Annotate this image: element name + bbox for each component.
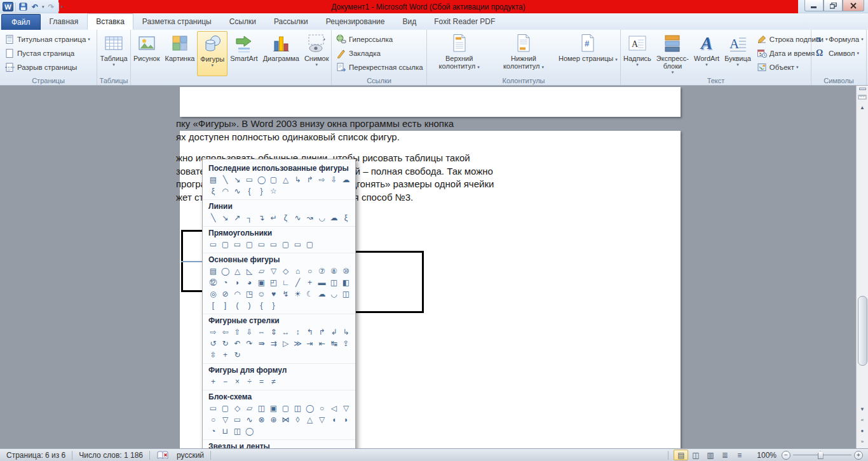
shape-icon[interactable]: ◎ — [207, 288, 219, 300]
shape-icon[interactable]: ⑦ — [316, 265, 328, 277]
shape-icon[interactable]: ⊗ — [255, 414, 268, 425]
shape-icon[interactable]: ⇉ — [268, 338, 280, 349]
shape-icon[interactable]: ↷ — [243, 338, 255, 349]
shape-icon[interactable]: ╱ — [292, 277, 304, 288]
shape-icon[interactable]: ▭ — [243, 174, 255, 185]
button-page-break[interactable]: Разрыв страницы — [1, 60, 95, 74]
shape-icon[interactable]: ⊘ — [219, 288, 231, 300]
shape-icon[interactable]: ↰ — [304, 326, 316, 338]
tab-file[interactable]: Файл — [1, 14, 41, 30]
shape-icon[interactable]: ┐ — [243, 212, 255, 224]
shape-icon[interactable]: ⇳ — [207, 349, 219, 361]
save-icon[interactable] — [18, 2, 28, 12]
shape-icon[interactable]: ▤ — [207, 174, 219, 185]
shape-icon[interactable]: ⇕ — [268, 326, 280, 338]
button-table[interactable]: Таблица▾ — [97, 31, 130, 76]
shape-icon[interactable]: ⇨ — [316, 174, 328, 185]
shape-icon[interactable]: + — [219, 349, 231, 361]
tab-page-layout[interactable]: Разметка страницы — [133, 13, 220, 30]
shape-icon[interactable]: ▣ — [268, 403, 280, 414]
shape-icon[interactable]: [ — [207, 300, 219, 311]
select-browse-object-icon[interactable]: ● — [858, 426, 867, 436]
shape-icon[interactable]: { — [255, 300, 268, 311]
minimize-button[interactable] — [804, 0, 824, 11]
shape-icon[interactable]: ↻ — [231, 349, 243, 361]
shape-icon[interactable]: ⌂ — [292, 265, 304, 277]
shape-icon[interactable]: ▱ — [243, 403, 255, 414]
shape-icon[interactable]: ⑧ — [328, 265, 340, 277]
shape-icon[interactable]: ⊔ — [219, 425, 231, 437]
tab-view[interactable]: Вид — [393, 13, 425, 30]
shape-icon[interactable]: ÷ — [243, 376, 255, 387]
shape-icon[interactable]: ▽ — [340, 403, 352, 414]
shape-icon[interactable]: ◖ — [328, 414, 340, 425]
shape-icon[interactable]: ◫ — [292, 403, 304, 414]
shape-icon[interactable]: ▭ — [255, 239, 268, 250]
view-button-web-layout[interactable]: ▥ — [703, 450, 717, 460]
view-button-outline[interactable]: ≣ — [717, 450, 732, 460]
shape-icon[interactable]: ▽ — [316, 414, 328, 425]
shape-icon[interactable]: ▬ — [316, 277, 328, 288]
shape-icon[interactable]: } — [255, 185, 268, 197]
shape-icon[interactable]: = — [255, 376, 268, 387]
shape-icon[interactable]: ∿ — [243, 414, 255, 425]
shape-icon[interactable]: ↱ — [316, 326, 328, 338]
shape-icon[interactable]: ⇩ — [243, 326, 255, 338]
shape-icon[interactable]: ▭ — [231, 239, 243, 250]
shape-icon[interactable]: ζ — [280, 212, 292, 224]
shape-icon[interactable]: ◫ — [255, 403, 268, 414]
shape-icon[interactable]: ▽ — [268, 265, 280, 277]
shape-icon[interactable]: ▤ — [207, 265, 219, 277]
shape-icon[interactable]: ◗ — [231, 277, 243, 288]
view-button-full-screen-reading[interactable]: ◫ — [688, 450, 703, 460]
shape-icon[interactable]: ⇧ — [231, 326, 243, 338]
split-handle[interactable] — [859, 88, 866, 90]
redo-icon[interactable]: ↷ — [46, 2, 57, 12]
shape-icon[interactable]: ◯ — [219, 265, 231, 277]
shape-icon[interactable]: ☁ — [328, 212, 340, 224]
word-count[interactable]: Число слов: 1 186 — [72, 451, 149, 460]
shape-icon[interactable]: ▢ — [219, 239, 231, 250]
shape-icon[interactable]: ∿ — [231, 185, 243, 197]
shape-icon[interactable]: △ — [304, 414, 316, 425]
shape-icon[interactable]: ◫ — [328, 277, 340, 288]
shape-icon[interactable]: ⇥ — [304, 338, 316, 349]
shape-icon[interactable]: ◧ — [340, 277, 352, 288]
shape-icon[interactable]: ↺ — [207, 338, 219, 349]
zoom-slider-track[interactable] — [793, 455, 851, 455]
shape-icon[interactable]: ▱ — [255, 265, 268, 277]
undo-dropdown-icon[interactable]: ▾ — [42, 4, 44, 10]
shape-icon[interactable]: ⇔ — [255, 326, 268, 338]
shape-icon[interactable]: ◯ — [304, 403, 316, 414]
button-chart[interactable]: Диаграмма — [261, 31, 302, 76]
shape-icon[interactable]: ↶ — [231, 338, 243, 349]
shape-icon[interactable]: ◔ — [207, 425, 219, 437]
shape-icon[interactable]: ▭ — [231, 414, 243, 425]
shape-icon[interactable]: ▭ — [207, 403, 219, 414]
shape-icon[interactable]: ◁ — [328, 403, 340, 414]
shape-icon[interactable]: ◫ — [231, 425, 243, 437]
shape-icon[interactable]: ↹ — [328, 338, 340, 349]
shape-icon[interactable]: ╲ — [219, 174, 231, 185]
shape-icon[interactable]: × — [231, 376, 243, 387]
proofing-error-icon[interactable] — [156, 451, 169, 460]
vertical-scrollbar[interactable]: ▲ ▼ « ● » — [856, 86, 868, 448]
shape-icon[interactable]: ☁ — [316, 288, 328, 300]
shape-icon[interactable]: ◔ — [219, 277, 231, 288]
tab-insert[interactable]: Вставка — [87, 13, 133, 30]
view-button-draft[interactable]: ≡ — [732, 450, 747, 460]
shape-icon[interactable]: ↳ — [340, 326, 352, 338]
shape-icon[interactable]: ◫ — [340, 288, 352, 300]
button-picture[interactable]: Рисунок — [131, 31, 163, 76]
button-smartart[interactable]: SmartArt — [227, 31, 260, 76]
shape-icon[interactable]: − — [219, 376, 231, 387]
shape-icon[interactable]: ≠ — [268, 376, 280, 387]
tab-home[interactable]: Главная — [41, 13, 88, 30]
shape-icon[interactable]: ▢ — [280, 239, 292, 250]
tab-mailings[interactable]: Рассылки — [265, 13, 317, 30]
button-page-number[interactable]: #Номер страницы▾ — [556, 31, 620, 76]
shape-icon[interactable]: ◇ — [231, 403, 243, 414]
shape-icon[interactable]: ( — [231, 300, 243, 311]
shape-icon[interactable]: ξ — [340, 212, 352, 224]
shape-icon[interactable]: + — [304, 277, 316, 288]
